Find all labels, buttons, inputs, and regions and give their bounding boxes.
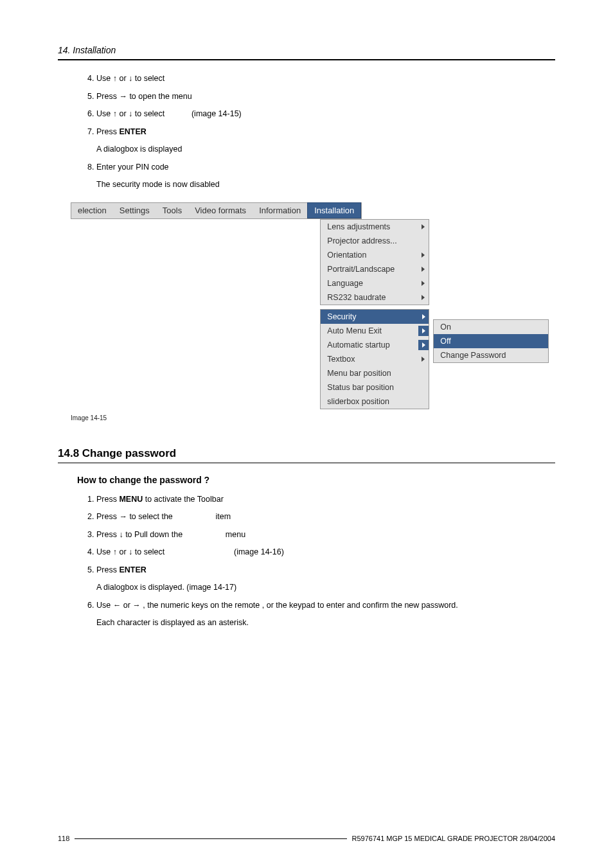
menu-menubar-position[interactable]: Menu bar position bbox=[321, 366, 429, 380]
submenu-security: On Off Change Password bbox=[433, 319, 549, 363]
step2-5: Press ENTER A dialogbox is displayed. (i… bbox=[96, 565, 555, 594]
menu-portrait-landscape[interactable]: Portrait/Landscape bbox=[321, 262, 429, 276]
step-8: Enter your PIN code The security mode is… bbox=[96, 162, 555, 191]
figure-caption-14-15: Image 14-15 bbox=[71, 414, 555, 421]
menu-auto-menu-exit[interactable]: Auto Menu Exit bbox=[321, 324, 429, 338]
chevron-right-icon bbox=[422, 281, 425, 286]
page-number: 118 bbox=[58, 835, 69, 842]
footer-doc: R5976741 MGP 15 MEDICAL GRADE PROJECTOR … bbox=[352, 835, 556, 842]
step2-2c: item bbox=[213, 512, 231, 521]
menu-lens-adjustments-label: Lens adjustments bbox=[327, 222, 390, 231]
section-heading: 14.8 Change password bbox=[58, 447, 555, 463]
menu-sliderbox-position[interactable]: sliderbox position bbox=[321, 394, 429, 409]
chevron-right-box bbox=[418, 312, 429, 322]
tab-settings[interactable]: Settings bbox=[113, 203, 156, 218]
dropdown-installation-2: Security Auto Menu Exit Automatic startu… bbox=[320, 309, 429, 409]
step-4: Use ↑ or ↓ to select bbox=[96, 73, 555, 85]
dropdown-installation-1: Lens adjustments Projector address... Or… bbox=[320, 219, 429, 305]
step2-6-sub: Each character is displayed as an asteri… bbox=[96, 617, 555, 629]
chevron-right-icon bbox=[422, 295, 425, 300]
step-8-sub: The security mode is now disabled bbox=[96, 179, 555, 191]
menu-rs232[interactable]: RS232 baudrate bbox=[321, 290, 429, 305]
submenu-off[interactable]: Off bbox=[434, 334, 548, 348]
step-5-text: Press → to open the menu bbox=[96, 92, 192, 101]
step-5: Press → to open the menu bbox=[96, 91, 555, 103]
menu-language[interactable]: Language bbox=[321, 276, 429, 290]
submenu-on[interactable]: On bbox=[434, 320, 548, 334]
menu-security-label: Security bbox=[327, 312, 356, 321]
chevron-right-icon bbox=[422, 224, 425, 229]
menu-textbox[interactable]: Textbox bbox=[321, 352, 429, 366]
footer-rule bbox=[75, 838, 346, 839]
step2-1c: to activate the Toolbar bbox=[143, 495, 224, 504]
menu-projector-address-label: Projector address... bbox=[327, 236, 396, 245]
menu-statusbar-position[interactable]: Status bar position bbox=[321, 380, 429, 394]
menu-orientation[interactable]: Orientation bbox=[321, 248, 429, 262]
step-6-ref: (image 14-15) bbox=[191, 109, 242, 118]
step2-2: Press → to select the Installation item bbox=[96, 511, 555, 523]
step2-4a: Use ↑ or ↓ to select bbox=[96, 547, 167, 556]
menu-automatic-startup-label: Automatic startup bbox=[327, 341, 389, 350]
menu-projector-address[interactable]: Projector address... bbox=[321, 234, 429, 248]
menubar: election Settings Tools Video formats In… bbox=[71, 202, 362, 219]
tab-video-formats[interactable]: Video formats bbox=[188, 203, 253, 218]
page-footer: 118 R5976741 MGP 15 MEDICAL GRADE PROJEC… bbox=[58, 835, 555, 842]
menu-security[interactable]: Security bbox=[321, 310, 429, 324]
step2-3: Press ↓ to Pull down the Installation me… bbox=[96, 529, 555, 541]
menu-rs232-label: RS232 baudrate bbox=[327, 293, 386, 302]
menu-language-label: Language bbox=[327, 279, 363, 288]
sub-heading: How to change the password ? bbox=[77, 475, 555, 485]
menu-menubar-position-label: Menu bar position bbox=[327, 369, 391, 378]
steps-list-2: Press MENU to activate the Toolbar Press… bbox=[58, 494, 555, 629]
menu-statusbar-position-label: Status bar position bbox=[327, 383, 394, 392]
step2-1b: MENU bbox=[119, 495, 143, 504]
menu-auto-menu-exit-label: Auto Menu Exit bbox=[327, 326, 382, 335]
menu-portrait-landscape-label: Portrait/Landscape bbox=[327, 265, 395, 274]
step-7-text: Press bbox=[96, 127, 119, 136]
tab-installation[interactable]: Installation bbox=[307, 202, 361, 218]
step2-1: Press MENU to activate the Toolbar bbox=[96, 494, 555, 506]
step-7-sub: A dialogbox is displayed bbox=[96, 144, 555, 155]
step-8-text: Enter your PIN code bbox=[96, 163, 169, 172]
chevron-right-icon bbox=[422, 328, 425, 333]
step2-4: Use ↑ or ↓ to select Change password (im… bbox=[96, 547, 555, 558]
dropdown-column: Lens adjustments Projector address... Or… bbox=[320, 219, 429, 409]
step-7-bold: ENTER bbox=[119, 127, 146, 136]
tab-information[interactable]: Information bbox=[253, 203, 307, 218]
chevron-right-box bbox=[418, 340, 429, 350]
step2-5-sub: A dialogbox is displayed. (image 14-17) bbox=[96, 582, 555, 594]
menu-textbox-label: Textbox bbox=[327, 355, 355, 364]
chevron-right-icon bbox=[422, 267, 425, 272]
chevron-right-icon bbox=[422, 314, 425, 319]
step2-5b: ENTER bbox=[119, 565, 146, 574]
menu-orientation-label: Orientation bbox=[327, 251, 366, 260]
tab-tools[interactable]: Tools bbox=[156, 203, 188, 218]
step-4-text: Use ↑ or ↓ to select bbox=[96, 74, 164, 83]
figure-14-15: election Settings Tools Video formats In… bbox=[71, 202, 555, 409]
chevron-right-icon bbox=[422, 252, 425, 258]
step2-6: Use ← or → , the numeric keys on the rem… bbox=[96, 600, 555, 629]
step2-6a: Use ← or → , the numeric keys on the rem… bbox=[96, 601, 458, 610]
submenu-change-password[interactable]: Change Password bbox=[434, 348, 548, 362]
menu-automatic-startup[interactable]: Automatic startup bbox=[321, 338, 429, 352]
step2-4c: (image 14-16) bbox=[232, 547, 284, 556]
step-7: Press ENTER A dialogbox is displayed bbox=[96, 127, 555, 155]
step2-5a: Press bbox=[96, 565, 119, 574]
chevron-right-icon bbox=[422, 357, 425, 362]
menu-sliderbox-position-label: sliderbox position bbox=[327, 397, 389, 406]
step2-3c: menu bbox=[223, 530, 245, 539]
step-6-text: Use ↑ or ↓ to select bbox=[96, 109, 164, 118]
menu-lens-adjustments[interactable]: Lens adjustments bbox=[321, 220, 429, 234]
step2-1a: Press bbox=[96, 495, 119, 504]
figure-menus: election Settings Tools Video formats In… bbox=[71, 202, 362, 219]
chevron-right-box bbox=[418, 326, 429, 336]
chevron-right-icon bbox=[422, 342, 425, 348]
step2-2a: Press → to select the bbox=[96, 512, 175, 521]
tab-election[interactable]: election bbox=[71, 203, 113, 218]
page-header: 14. Installation bbox=[58, 45, 555, 60]
step-6: Use ↑ or ↓ to select Off (image 14-15) bbox=[96, 109, 555, 120]
step2-3a: Press ↓ to Pull down the bbox=[96, 530, 185, 539]
steps-list-1: Use ↑ or ↓ to select Press → to open the… bbox=[58, 73, 555, 191]
